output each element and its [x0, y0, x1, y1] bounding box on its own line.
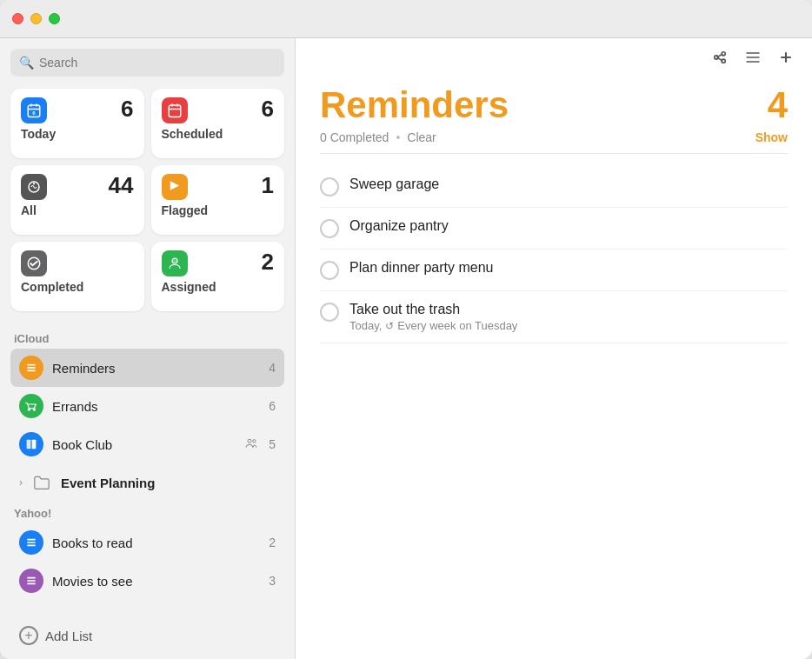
errands-list-count: 6 [269, 399, 276, 413]
reminders-content: Reminders 4 0 Completed • Clear Show Swe… [296, 77, 812, 659]
today-label: Today [21, 127, 134, 141]
folder-icon [30, 470, 54, 495]
list-options-icon[interactable] [744, 49, 762, 70]
svg-point-12 [172, 258, 177, 263]
app-window: 🔍 6 6 Today [0, 0, 812, 659]
search-input[interactable] [39, 56, 276, 70]
all-icon [21, 174, 47, 200]
list-item-book-club[interactable]: Book Club 5 [10, 425, 284, 463]
svg-point-10 [33, 183, 35, 184]
svg-point-30 [715, 55, 718, 58]
assigned-icon [162, 250, 188, 276]
all-label: All [21, 203, 134, 217]
smart-list-assigned[interactable]: 2 Assigned [151, 242, 285, 311]
assigned-count: 2 [262, 250, 274, 273]
show-button[interactable]: Show [755, 130, 788, 144]
movies-to-see-list-name: Movies to see [52, 574, 260, 589]
search-icon: 🔍 [19, 56, 34, 70]
svg-text:6: 6 [32, 110, 36, 116]
reminder-title-2: Organize pantry [349, 218, 788, 234]
reminder-title-1: Sweep garage [349, 176, 788, 192]
today-icon: 6 [21, 97, 47, 123]
minimize-button[interactable] [30, 13, 42, 24]
reminders-title: Reminders [320, 85, 509, 125]
sidebar: 🔍 6 6 Today [0, 38, 296, 659]
reminders-count: 4 [768, 85, 788, 125]
reminders-list-name: Reminders [52, 361, 260, 376]
flagged-count: 1 [262, 174, 274, 196]
reminder-subtitle-4: Today, ↺ Every week on Tuesday [349, 319, 788, 332]
smart-list-all[interactable]: 44 All [10, 165, 144, 235]
reminder-item-2: Organize pantry [320, 208, 788, 250]
list-item-reminders[interactable]: Reminders 4 [10, 349, 284, 387]
main-layout: 🔍 6 6 Today [0, 38, 812, 659]
svg-rect-18 [27, 440, 31, 449]
chevron-right-icon: › [19, 476, 23, 489]
reminder-title-3: Plan dinner party menu [349, 260, 788, 276]
share-icon[interactable] [711, 49, 729, 70]
reminder-checkbox-3[interactable] [320, 261, 339, 280]
reminder-list: Sweep garage Organize pantry Plan dinner… [320, 166, 788, 343]
reminder-item-1: Sweep garage [320, 166, 788, 208]
errands-list-name: Errands [52, 399, 260, 414]
reminders-header: Reminders 4 [320, 85, 788, 125]
traffic-lights [12, 13, 60, 24]
svg-point-21 [253, 439, 256, 442]
close-button[interactable] [12, 13, 23, 24]
completed-label: Completed [21, 280, 134, 294]
main-content: Reminders 4 0 Completed • Clear Show Swe… [296, 38, 812, 659]
list-item-errands[interactable]: Errands 6 [10, 387, 284, 425]
scheduled-count: 6 [262, 97, 274, 120]
list-item-books-to-read[interactable]: Books to read 2 [10, 523, 284, 562]
add-list-label: Add List [45, 629, 92, 643]
reminder-checkbox-1[interactable] [320, 177, 339, 196]
svg-point-29 [722, 59, 725, 63]
scheduled-label: Scheduled [162, 127, 275, 141]
all-count: 44 [109, 174, 134, 196]
svg-point-28 [722, 51, 725, 55]
add-list-icon: + [19, 626, 38, 645]
separator-dot: • [396, 130, 400, 144]
book-club-list-icon [19, 432, 43, 456]
books-to-read-list-count: 2 [269, 536, 276, 549]
clear-button[interactable]: Clear [407, 130, 436, 144]
smart-list-completed[interactable]: Completed [10, 242, 144, 311]
smart-list-today[interactable]: 6 6 Today [10, 89, 144, 158]
reminder-checkbox-2[interactable] [320, 219, 339, 238]
reminder-title-4: Take out the trash [349, 302, 788, 317]
assigned-label: Assigned [162, 280, 275, 294]
yahoo-section-header: Yahoo! [10, 507, 284, 520]
books-to-read-list-name: Books to read [52, 536, 260, 550]
reminders-list-icon [19, 356, 43, 380]
completed-icon [21, 250, 47, 276]
book-club-list-name: Book Club [52, 437, 236, 452]
completed-bar: 0 Completed • Clear Show [320, 130, 788, 154]
search-bar[interactable]: 🔍 [10, 49, 284, 77]
event-planning-group-name: Event Planning [61, 476, 276, 490]
smart-list-scheduled[interactable]: 6 Scheduled [151, 89, 285, 158]
reminder-item-3: Plan dinner party menu [320, 250, 788, 291]
flagged-label: Flagged [162, 203, 275, 217]
errands-list-icon [19, 394, 43, 418]
smart-list-flagged[interactable]: 1 Flagged [151, 165, 285, 235]
maximize-button[interactable] [49, 13, 60, 24]
scheduled-icon [162, 97, 188, 123]
titlebar [0, 0, 812, 38]
movies-to-see-list-count: 3 [269, 574, 276, 588]
books-to-read-list-icon [19, 530, 43, 555]
add-reminder-icon[interactable] [777, 49, 795, 70]
group-event-planning[interactable]: › Event Planning [10, 463, 284, 502]
svg-point-20 [248, 439, 251, 443]
add-list-button[interactable]: + Add List [10, 617, 284, 659]
icloud-section-header: iCloud [10, 332, 284, 345]
reminder-item-4: Take out the trash Today, ↺ Every week o… [320, 291, 788, 343]
svg-rect-19 [32, 440, 37, 449]
book-club-shared-icon [244, 436, 258, 453]
repeat-icon: ↺ [385, 320, 394, 332]
list-item-movies-to-see[interactable]: Movies to see 3 [10, 562, 284, 600]
flagged-icon [162, 174, 188, 200]
reminder-checkbox-4[interactable] [320, 303, 339, 322]
movies-to-see-list-icon [19, 569, 43, 593]
main-toolbar [296, 38, 812, 77]
today-count: 6 [121, 97, 133, 120]
